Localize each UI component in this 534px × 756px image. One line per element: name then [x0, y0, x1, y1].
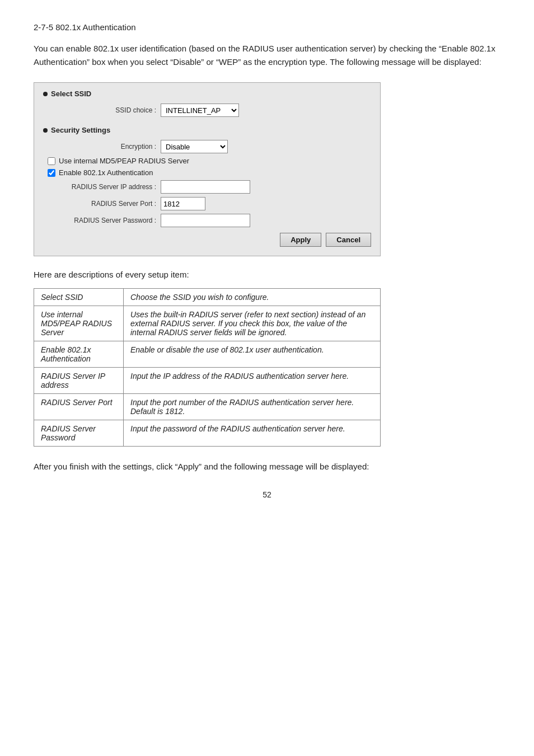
- security-section-label: Security Settings: [51, 126, 110, 134]
- radius-port-label: RADIUS Server Port :: [43, 200, 161, 208]
- encryption-label: Encryption :: [43, 143, 161, 151]
- table-cell-item: RADIUS Server Port: [34, 394, 124, 420]
- after-text: After you finish with the settings, clic…: [34, 460, 500, 473]
- enable-auth-label: Enable 802.1x Authentication: [59, 168, 153, 177]
- table-row: Enable 802.1x AuthenticationEnable or di…: [34, 341, 381, 368]
- ssid-choice-label: SSID choice :: [43, 106, 161, 114]
- button-row: Apply Cancel: [43, 233, 371, 247]
- radius-ip-row: RADIUS Server IP address :: [43, 180, 371, 194]
- use-internal-label: Use internal MD5/PEAP RADIUS Server: [59, 157, 189, 165]
- enable-auth-row: Enable 802.1x Authentication: [48, 168, 371, 177]
- table-row: Select SSIDChoose the SSID you wish to c…: [34, 289, 381, 306]
- encryption-select[interactable]: Disable WEP WPA WPA2: [161, 140, 228, 153]
- table-row: RADIUS Server PasswordInput the password…: [34, 420, 381, 447]
- use-internal-row: Use internal MD5/PEAP RADIUS Server: [48, 157, 371, 165]
- intro-text: You can enable 802.1x user identificatio…: [34, 42, 500, 69]
- radius-port-row: RADIUS Server Port :: [43, 197, 371, 210]
- radius-password-input[interactable]: [161, 214, 250, 227]
- radius-ip-label: RADIUS Server IP address :: [43, 183, 161, 191]
- radius-password-label: RADIUS Server Password :: [43, 217, 161, 224]
- ssid-choice-select[interactable]: INTELLINET_AP: [161, 104, 239, 117]
- table-cell-desc: Input the IP address of the RADIUS authe…: [124, 368, 381, 394]
- desc-text: Here are descriptions of every setup ite…: [34, 270, 500, 279]
- table-cell-desc: Input the port number of the RADIUS auth…: [124, 394, 381, 420]
- table-row: RADIUS Server IP addressInput the IP add…: [34, 368, 381, 394]
- ssid-section-label: Select SSID: [51, 90, 91, 98]
- table-cell-item: RADIUS Server IP address: [34, 368, 124, 394]
- ssid-select-wrapper: INTELLINET_AP: [161, 104, 239, 117]
- use-internal-checkbox[interactable]: [48, 157, 55, 165]
- config-panel: Select SSID SSID choice : INTELLINET_AP …: [34, 82, 381, 256]
- enable-auth-checkbox[interactable]: [48, 169, 55, 177]
- desc-table: Select SSIDChoose the SSID you wish to c…: [34, 288, 381, 447]
- table-row: Use internal MD5/PEAP RADIUS ServerUses …: [34, 306, 381, 341]
- ssid-choice-row: SSID choice : INTELLINET_AP: [43, 104, 371, 117]
- table-cell-item: Use internal MD5/PEAP RADIUS Server: [34, 306, 124, 341]
- table-cell-desc: Input the password of the RADIUS authent…: [124, 420, 381, 447]
- table-cell-desc: Choose the SSID you wish to configure.: [124, 289, 381, 306]
- radius-port-input[interactable]: [161, 197, 205, 210]
- apply-button[interactable]: Apply: [280, 233, 321, 247]
- section-title: 2-7-5 802.1x Authentication: [34, 22, 500, 32]
- page-number: 52: [34, 490, 500, 499]
- table-cell-desc: Enable or disable the use of 802.1x user…: [124, 341, 381, 368]
- bullet-dot-security: [43, 128, 48, 133]
- ssid-section-header: Select SSID: [43, 90, 371, 98]
- desc-table-body: Select SSIDChoose the SSID you wish to c…: [34, 289, 381, 447]
- table-row: RADIUS Server PortInput the port number …: [34, 394, 381, 420]
- table-cell-item: Enable 802.1x Authentication: [34, 341, 124, 368]
- table-cell-item: Select SSID: [34, 289, 124, 306]
- radius-ip-input[interactable]: [161, 180, 250, 194]
- cancel-button[interactable]: Cancel: [326, 233, 371, 247]
- radius-password-row: RADIUS Server Password :: [43, 214, 371, 227]
- bullet-dot-ssid: [43, 92, 48, 96]
- table-cell-desc: Uses the built-in RADIUS server (refer t…: [124, 306, 381, 341]
- security-section-header: Security Settings: [43, 126, 371, 134]
- table-cell-item: RADIUS Server Password: [34, 420, 124, 447]
- encryption-row: Encryption : Disable WEP WPA WPA2: [43, 140, 371, 153]
